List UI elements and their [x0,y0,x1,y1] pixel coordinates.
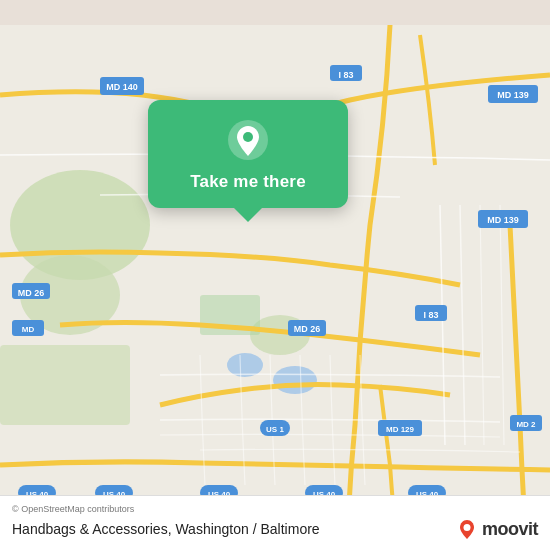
svg-point-43 [463,524,470,531]
svg-text:US 1: US 1 [266,425,284,434]
map-background: MD 140 I 83 I 83 MD 139 MD 139 MD 26 MD … [0,0,550,550]
svg-text:MD 2: MD 2 [516,420,536,429]
svg-text:MD 140: MD 140 [106,82,138,92]
svg-point-6 [227,353,263,377]
svg-text:MD 129: MD 129 [386,425,415,434]
svg-rect-3 [0,345,130,425]
svg-text:MD: MD [22,325,35,334]
take-me-there-button[interactable]: Take me there [190,172,306,192]
app-container: MD 140 I 83 I 83 MD 139 MD 139 MD 26 MD … [0,0,550,550]
svg-text:I 83: I 83 [338,70,353,80]
svg-text:MD 26: MD 26 [18,288,45,298]
svg-text:MD 26: MD 26 [294,324,321,334]
attribution-text: © OpenStreetMap contributors [12,504,538,514]
map-svg: MD 140 I 83 I 83 MD 139 MD 139 MD 26 MD … [0,0,550,550]
svg-point-7 [273,366,317,394]
moovit-text: moovit [482,519,538,540]
navigation-popup[interactable]: Take me there [148,100,348,208]
place-label: Handbags & Accessories, Washington / Bal… [12,521,320,537]
svg-point-42 [243,132,253,142]
svg-text:I 83: I 83 [423,310,438,320]
svg-text:MD 139: MD 139 [487,215,519,225]
svg-text:MD 139: MD 139 [497,90,529,100]
moovit-pin-icon [456,518,478,540]
bottom-info-bar: © OpenStreetMap contributors Handbags & … [0,495,550,550]
location-pin-icon [226,118,270,162]
moovit-logo: moovit [456,518,538,540]
